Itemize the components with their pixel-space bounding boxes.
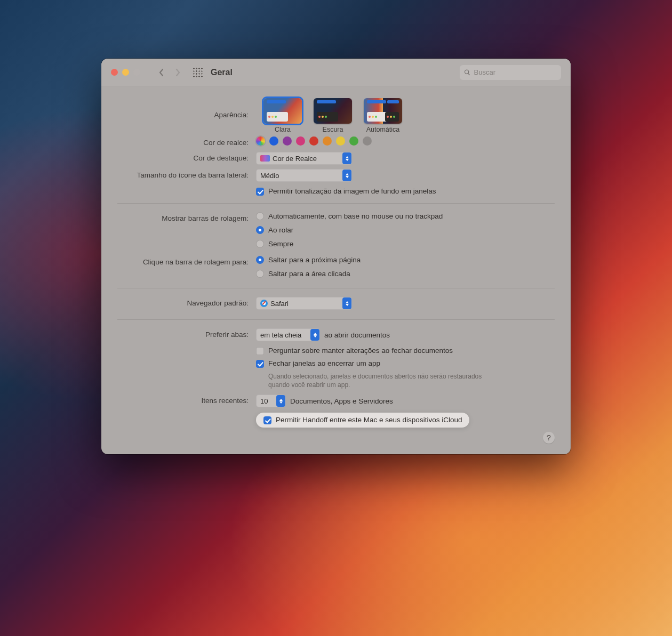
handoff-highlight: Permitir Handoff entre este Mac e seus d… (256, 413, 469, 428)
tint-row: Permitir tonalização da imagem de fundo … (117, 187, 555, 196)
appearance-light[interactable]: Clara (263, 98, 302, 133)
accent-color-4[interactable] (309, 136, 318, 146)
highlight-label: Cor de destaque: (117, 152, 256, 162)
accent-colors (256, 136, 555, 146)
radio-icon (256, 256, 264, 264)
accent-label: Cor de realce: (117, 136, 256, 147)
appearance-row: Aparência: Clara Escura Automática (117, 98, 555, 133)
browser-value: Safari (270, 300, 289, 308)
radio-icon (256, 226, 264, 234)
chevron-updown-icon (310, 329, 319, 341)
zoom-button[interactable] (133, 69, 140, 76)
appearance-label: Aparência: (117, 98, 256, 119)
search-icon (464, 69, 471, 76)
wallpaper-tint-checkbox[interactable]: Permitir tonalização da imagem de fundo … (256, 187, 555, 196)
tabs-suffix: ao abrir documentos (324, 331, 390, 339)
scrollbars-row: Mostrar barras de rolagem: Automaticamen… (117, 212, 555, 251)
content-area: Aparência: Clara Escura Automática Cor d… (101, 86, 571, 454)
recents-row: Itens recentes: 10 Documentos, Apps e Se… (117, 395, 555, 407)
scroll-click-row: Clique na barra de rolagem para: Saltar … (117, 256, 555, 280)
nav-arrows (154, 65, 185, 80)
ask-keep-checkbox[interactable]: Perguntar sobre manter alterações ao fec… (256, 347, 555, 355)
recents-suffix: Documentos, Apps e Servidores (290, 397, 393, 405)
tint-label: Permitir tonalização da imagem de fundo … (268, 187, 436, 195)
close-windows-label: Fechar janelas ao encerrar um app (268, 359, 380, 367)
preferences-window: Geral Aparência: Clara Escura Automática (101, 59, 571, 454)
ask-keep-row: Perguntar sobre manter alterações ao fec… (117, 347, 555, 355)
search-input[interactable] (474, 68, 557, 76)
browser-label: Navegador padrão: (117, 297, 256, 307)
checkbox-icon (256, 188, 264, 196)
browser-row: Navegador padrão: Safari (117, 297, 555, 310)
sidebar-icon-select[interactable]: Médio (256, 169, 352, 182)
accent-color-2[interactable] (283, 136, 292, 146)
handoff-row: Permitir Handoff entre este Mac e seus d… (117, 413, 555, 428)
accent-row: Cor de realce: (117, 136, 555, 147)
radio-icon (256, 212, 264, 220)
minimize-button[interactable] (122, 69, 129, 76)
appearance-dark-label: Escura (323, 126, 343, 133)
sidebar-icon-value: Médio (260, 172, 279, 180)
accent-color-7[interactable] (349, 136, 358, 146)
handoff-checkbox[interactable]: Permitir Handoff entre este Mac e seus d… (263, 416, 462, 424)
chevron-updown-icon (342, 297, 351, 309)
safari-icon (260, 300, 268, 307)
accent-color-1[interactable] (269, 136, 278, 146)
traffic-lights (111, 69, 140, 76)
sidebar-icon-row: Tamanho do ícone da barra lateral: Médio (117, 169, 555, 182)
checkbox-icon (256, 347, 264, 355)
accent-color-3[interactable] (296, 136, 305, 146)
scroll-click-nextpage-radio[interactable]: Saltar para a próxima página (256, 256, 555, 264)
recents-label: Itens recentes: (117, 395, 256, 405)
scrollbars-auto-radio[interactable]: Automaticamente, com base no mouse ou no… (256, 212, 555, 220)
recents-select[interactable]: 10 (256, 395, 286, 407)
highlight-select[interactable]: Cor de Realce (256, 152, 352, 165)
appearance-light-label: Clara (275, 126, 291, 133)
close-windows-desc: Quando selecionado, janelas e documentos… (268, 372, 503, 389)
search-field[interactable] (460, 65, 561, 80)
radio-icon (256, 240, 264, 248)
highlight-value: Cor de Realce (273, 155, 317, 163)
ask-keep-label: Perguntar sobre manter alterações ao fec… (268, 347, 453, 355)
divider (117, 288, 555, 288)
scrollbars-scrolling-radio[interactable]: Ao rolar (256, 226, 555, 234)
sidebar-icon-label: Tamanho do ícone da barra lateral: (117, 169, 256, 179)
divider (117, 319, 555, 320)
appearance-auto-label: Automática (366, 126, 400, 133)
highlight-row: Cor de destaque: Cor de Realce (117, 152, 555, 165)
titlebar: Geral (101, 59, 571, 86)
close-windows-row: Fechar janelas ao encerrar um app Quando… (117, 359, 555, 389)
checkbox-icon (256, 360, 264, 368)
recents-value: 10 (260, 397, 268, 405)
back-button[interactable] (154, 65, 169, 80)
close-windows-checkbox[interactable]: Fechar janelas ao encerrar um app (256, 359, 555, 368)
chevron-updown-icon (276, 395, 285, 407)
close-button[interactable] (111, 69, 118, 76)
radio-icon (256, 270, 264, 278)
chevron-updown-icon (342, 170, 351, 181)
window-title: Geral (211, 68, 233, 77)
accent-color-6[interactable] (336, 136, 345, 146)
scrollbars-label: Mostrar barras de rolagem: (117, 212, 256, 222)
divider (117, 203, 555, 204)
handoff-label: Permitir Handoff entre este Mac e seus d… (276, 416, 462, 424)
tabs-value: em tela cheia (260, 331, 301, 339)
chevron-updown-icon (342, 152, 351, 164)
browser-select[interactable]: Safari (256, 297, 352, 310)
accent-color-5[interactable] (323, 136, 332, 146)
appearance-dark[interactable]: Escura (314, 98, 352, 133)
forward-button[interactable] (170, 65, 185, 80)
highlight-swatch-icon (260, 155, 270, 162)
help-button[interactable]: ? (543, 432, 555, 444)
accent-color-0[interactable] (256, 136, 265, 146)
tabs-label: Preferir abas: (117, 328, 256, 339)
accent-color-8[interactable] (363, 136, 372, 146)
checkbox-icon (263, 416, 271, 424)
show-all-icon[interactable] (193, 67, 203, 78)
appearance-auto[interactable]: Automática (364, 98, 402, 133)
scroll-click-spot-radio[interactable]: Saltar para a área clicada (256, 270, 555, 278)
scrollbars-always-radio[interactable]: Sempre (256, 240, 555, 248)
tabs-select[interactable]: em tela cheia (256, 328, 320, 341)
scroll-click-label: Clique na barra de rolagem para: (117, 256, 256, 266)
tabs-row: Preferir abas: em tela cheia ao abrir do… (117, 328, 555, 341)
